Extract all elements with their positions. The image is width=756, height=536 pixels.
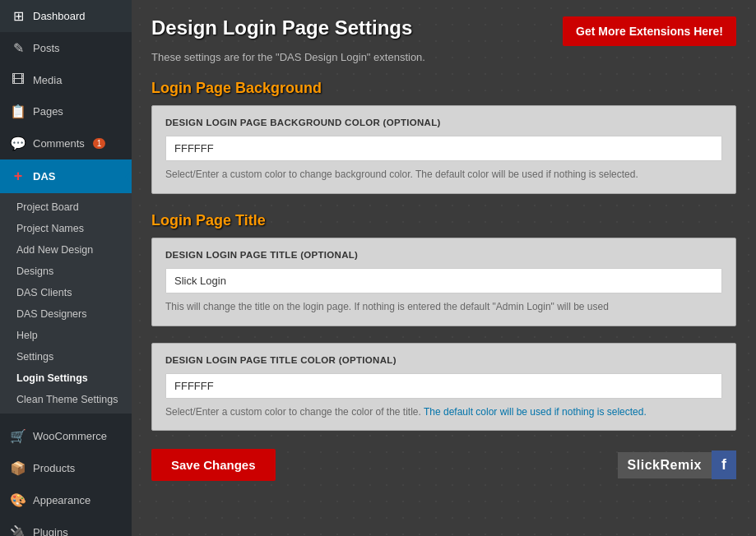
sidebar-item-clean-theme-settings[interactable]: Clean Theme Settings xyxy=(0,389,132,410)
footer-row: Save Changes SlickRemix f xyxy=(151,449,736,481)
title-color-label: DESIGN LOGIN PAGE TITLE COLOR (OPTIONAL) xyxy=(165,355,722,365)
plugins-icon: 🔌 xyxy=(10,524,26,536)
pages-icon: 📋 xyxy=(10,104,26,119)
dashboard-icon: ⊞ xyxy=(10,8,26,24)
sidebar-item-dashboard[interactable]: ⊞ Dashboard xyxy=(0,0,132,32)
sidebar-item-posts[interactable]: ✎ Posts xyxy=(0,32,132,64)
bg-hint: Select/Enter a custom color to change ba… xyxy=(165,168,722,182)
woocommerce-icon: 🛒 xyxy=(10,428,26,444)
title-hint: This will change the title on the login … xyxy=(165,300,722,314)
media-icon: 🎞 xyxy=(10,72,26,87)
sidebar-item-das-clients[interactable]: DAS Clients xyxy=(0,282,132,303)
title-color-input[interactable] xyxy=(165,373,722,399)
sidebar-item-settings[interactable]: Settings xyxy=(0,346,132,367)
sidebar-item-project-names[interactable]: Project Names xyxy=(0,218,132,239)
facebook-icon[interactable]: f xyxy=(712,451,736,479)
products-icon: 📦 xyxy=(10,460,26,476)
main-header: Design Login Page Settings Get More Exte… xyxy=(151,16,736,46)
sidebar-item-help[interactable]: Help xyxy=(0,325,132,346)
title-section: Login Page Title DESIGN LOGIN PAGE TITLE… xyxy=(151,212,736,432)
get-more-button[interactable]: Get More Extensions Here! xyxy=(563,16,736,46)
sidebar-item-designs[interactable]: Designs xyxy=(0,261,132,282)
comments-badge: 1 xyxy=(93,138,106,149)
page-title: Design Login Page Settings xyxy=(151,16,412,39)
bg-field-label: DESIGN LOGIN PAGE BACKGROUND COLOR (OPTI… xyxy=(165,118,722,127)
title-color-hint: Select/Enter a custom color to change th… xyxy=(165,405,722,419)
title-settings-box: DESIGN LOGIN PAGE TITLE (OPTIONAL) This … xyxy=(151,238,736,326)
bg-section-title: Login Page Background xyxy=(151,80,736,97)
sidebar-item-das[interactable]: + DAS xyxy=(0,159,132,193)
sidebar-item-plugins[interactable]: 🔌 Plugins xyxy=(0,516,132,536)
title-color-hint-link[interactable]: The default color will be used if nothin… xyxy=(424,406,647,418)
posts-icon: ✎ xyxy=(10,40,26,56)
das-icon: + xyxy=(10,168,26,185)
sidebar-item-project-board[interactable]: Project Board xyxy=(0,196,132,218)
bg-settings-box: DESIGN LOGIN PAGE BACKGROUND COLOR (OPTI… xyxy=(151,105,736,194)
sidebar-item-comments[interactable]: 💬 Comments 1 xyxy=(0,127,132,159)
slick-remix-badge: SlickRemix f xyxy=(618,451,736,479)
slick-remix-label: SlickRemix xyxy=(618,452,712,478)
title-section-title: Login Page Title xyxy=(151,212,736,229)
appearance-icon: 🎨 xyxy=(10,492,26,508)
sidebar-item-login-settings[interactable]: Login Settings xyxy=(0,367,132,389)
sidebar-item-products[interactable]: 📦 Products xyxy=(0,452,132,484)
sidebar-item-pages[interactable]: 📋 Pages xyxy=(0,95,132,127)
sidebar-item-woocommerce[interactable]: 🛒 WooCommerce xyxy=(0,420,132,452)
comments-icon: 💬 xyxy=(10,136,26,151)
bg-section: Login Page Background DESIGN LOGIN PAGE … xyxy=(151,80,736,194)
title-color-settings-box: DESIGN LOGIN PAGE TITLE COLOR (OPTIONAL)… xyxy=(151,343,736,432)
das-submenu: Project Board Project Names Add New Desi… xyxy=(0,193,132,414)
sidebar-item-das-designers[interactable]: DAS Designers xyxy=(0,303,132,325)
save-button[interactable]: Save Changes xyxy=(151,449,276,481)
title-field-label: DESIGN LOGIN PAGE TITLE (OPTIONAL) xyxy=(165,250,722,260)
page-subtitle: These settings are for the "DAS Design L… xyxy=(151,51,736,63)
sidebar-item-media[interactable]: 🎞 Media xyxy=(0,64,132,95)
sidebar: ⊞ Dashboard ✎ Posts 🎞 Media 📋 Pages 💬 Co… xyxy=(0,0,132,536)
sidebar-item-add-new-design[interactable]: Add New Design xyxy=(0,239,132,261)
title-input[interactable] xyxy=(165,268,722,293)
bg-color-input[interactable] xyxy=(165,136,722,161)
title-color-hint-before: Select/Enter a custom color to change th… xyxy=(165,406,424,418)
sidebar-item-appearance[interactable]: 🎨 Appearance xyxy=(0,484,132,516)
main-content: Design Login Page Settings Get More Exte… xyxy=(132,0,756,536)
